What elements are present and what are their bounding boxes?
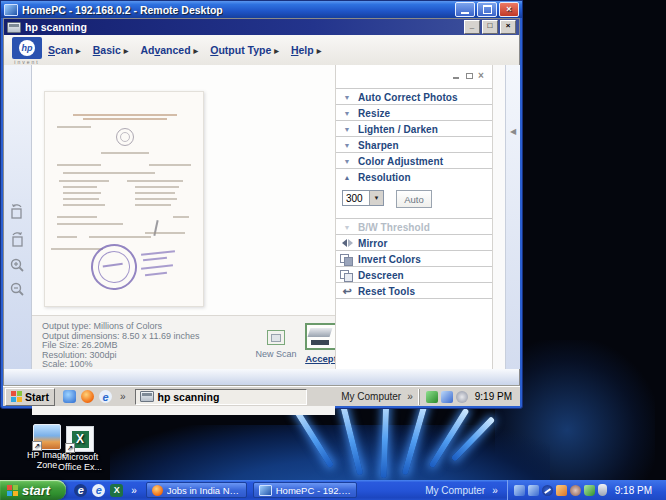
minimize-button[interactable]: _ — [464, 20, 480, 34]
accept-button[interactable]: Accept — [304, 323, 338, 364]
menu-advanced[interactable]: Advanced ▶ — [140, 44, 198, 56]
tray-icon[interactable] — [570, 485, 581, 496]
tool-auto-correct-photos[interactable]: ▼ Auto Correct Photos — [336, 88, 492, 105]
firefox-icon[interactable] — [81, 390, 94, 403]
panel-gap — [493, 65, 505, 369]
menu-arrow-icon: ▶ — [317, 47, 322, 54]
shortcut-arrow-icon: ↗ — [65, 443, 75, 453]
tools-panel: × ▼ Auto Correct Photos ▼ Resize ▼ Light… — [335, 65, 493, 369]
chevron-down-icon: ▼ — [336, 110, 358, 117]
close-button[interactable]: × — [499, 2, 519, 17]
menu-help[interactable]: Help ▶ — [291, 44, 321, 56]
close-button[interactable]: × — [500, 20, 516, 34]
minimize-button[interactable] — [455, 2, 475, 17]
tool-reset-tools[interactable]: ↩ Reset Tools — [336, 282, 492, 299]
alert-tray-icon[interactable] — [556, 485, 567, 496]
menu-scan[interactable]: Scan ▶ — [48, 44, 81, 56]
host-quick-launch: e e X » — [74, 484, 140, 497]
restore-button[interactable] — [477, 2, 497, 17]
chevron-icon[interactable]: » — [131, 485, 137, 496]
left-toolbar — [4, 65, 32, 369]
tool-bw-threshold: ▼ B/W Threshold — [336, 218, 492, 235]
chevron-down-icon[interactable]: ▼ — [369, 191, 383, 205]
desktop: 6.5 ↗ HP Image Zone X ↗ Microsoft Office… — [0, 0, 666, 500]
chevron-icon[interactable]: » — [492, 485, 498, 496]
hp-scanning-window: hp scanning _ □ × hp invent Scan — [3, 18, 520, 386]
scanned-document[interactable] — [44, 91, 204, 307]
tool-color-adjustment[interactable]: ▼ Color Adjustment — [336, 152, 492, 169]
tray-icon[interactable] — [456, 391, 468, 403]
taskbar-task-jobs-naukri[interactable]: Jobs in India Naukri.c... — [146, 482, 247, 498]
invert-colors-icon — [336, 253, 358, 265]
messenger-icon[interactable] — [63, 390, 76, 403]
internet-explorer-icon[interactable]: e — [99, 390, 112, 403]
auto-button[interactable]: Auto — [396, 190, 432, 208]
network-tray-icon[interactable] — [514, 485, 525, 496]
panel-maximize-icon[interactable] — [465, 72, 473, 80]
remote-desktop-icon — [4, 4, 18, 16]
mouse-tray-icon[interactable] — [598, 484, 607, 496]
menu-output-type[interactable]: Output Type ▶ — [210, 44, 279, 56]
chevron-up-icon: ▲ — [336, 174, 358, 181]
window-title: hp scanning — [25, 21, 87, 33]
host-start-button[interactable]: start — [0, 480, 66, 500]
menu-arrow-icon: ▶ — [76, 47, 81, 54]
descreen-icon — [336, 269, 358, 281]
tool-sharpen[interactable]: ▼ Sharpen — [336, 136, 492, 153]
zoom-in-icon[interactable] — [8, 257, 26, 275]
network-tray-icon[interactable] — [528, 485, 539, 496]
tool-lighten-darken[interactable]: ▼ Lighten / Darken — [336, 120, 492, 137]
chevron-down-icon: ▼ — [336, 126, 358, 133]
hp-scanning-titlebar[interactable]: hp scanning _ □ × — [4, 19, 519, 35]
taskbar-task-homepc-rdp[interactable]: HomePC - 192.168.0.... — [253, 482, 357, 498]
shortcut-arrow-icon: ↗ — [32, 441, 42, 451]
remote-start-button[interactable]: Start — [5, 388, 55, 406]
scanner-icon — [140, 391, 154, 402]
menu-basic[interactable]: Basic ▶ — [93, 44, 129, 56]
my-computer-band[interactable]: My Computer — [425, 485, 485, 496]
collapse-left-icon: ◀ — [510, 127, 516, 369]
host-taskbar: start e e X » Jobs in India Naukri.c... … — [0, 480, 666, 500]
desktop-icon-microsoft-office-excel[interactable]: X ↗ Microsoft Office Ex... — [52, 426, 108, 472]
antivirus-tray-icon[interactable] — [584, 485, 595, 496]
network-tray-icon[interactable] — [441, 391, 453, 403]
internet-explorer-icon[interactable]: e — [92, 484, 105, 497]
tool-mirror[interactable]: Mirror — [336, 234, 492, 251]
chevron-icon[interactable]: » — [407, 391, 413, 402]
taskbar-task-hp-scanning[interactable]: hp scanning — [135, 389, 307, 405]
panel-window-controls: × — [452, 72, 486, 80]
my-computer-band[interactable]: My Computer — [341, 391, 401, 402]
host-system-tray: 9:18 PM — [507, 480, 666, 500]
scan-preview-area — [32, 65, 335, 315]
resolution-controls: 300 ▼ Auto — [336, 184, 492, 218]
menu-arrow-icon: ▶ — [274, 47, 279, 54]
restore-button[interactable]: □ — [482, 20, 498, 34]
tool-invert-colors[interactable]: Invert Colors — [336, 250, 492, 267]
rotate-right-icon[interactable] — [8, 231, 26, 249]
chevron-down-icon: ▼ — [336, 94, 358, 101]
panel-minimize-icon[interactable] — [452, 72, 460, 80]
internet-explorer-icon[interactable]: e — [74, 484, 87, 497]
chevron-icon[interactable]: » — [120, 391, 126, 402]
tool-descreen[interactable]: Descreen — [336, 266, 492, 283]
update-tray-icon[interactable] — [426, 391, 438, 403]
tool-resolution[interactable]: ▲ Resolution — [336, 168, 492, 185]
remote-taskbar: Start e » hp scanning My Computer » — [3, 386, 520, 406]
wireless-tray-icon[interactable] — [542, 485, 553, 496]
rotate-left-icon[interactable] — [8, 203, 26, 221]
remote-desktop-titlebar[interactable]: HomePC - 192.168.0.2 - Remote Desktop × — [1, 1, 522, 18]
panel-collapse-strip[interactable]: ◀ — [505, 65, 520, 369]
remote-quick-launch: e » — [63, 390, 129, 403]
accept-scanner-icon — [305, 323, 337, 350]
excel-icon[interactable]: X — [110, 484, 123, 497]
panel-close-icon[interactable]: × — [478, 72, 486, 80]
zoom-out-icon[interactable] — [8, 281, 26, 299]
scanner-icon — [7, 22, 21, 33]
new-scan-button[interactable]: New Scan — [250, 330, 302, 359]
resolution-select[interactable]: 300 ▼ — [342, 190, 384, 206]
icon-label: Office Ex... — [52, 462, 108, 472]
tool-resize[interactable]: ▼ Resize — [336, 104, 492, 121]
menu-arrow-icon: ▶ — [124, 47, 129, 54]
remote-deskband: My Computer » — [341, 391, 416, 402]
menu-bar: hp invent Scan ▶ Basic ▶ Advanced ▶ — [4, 35, 519, 66]
